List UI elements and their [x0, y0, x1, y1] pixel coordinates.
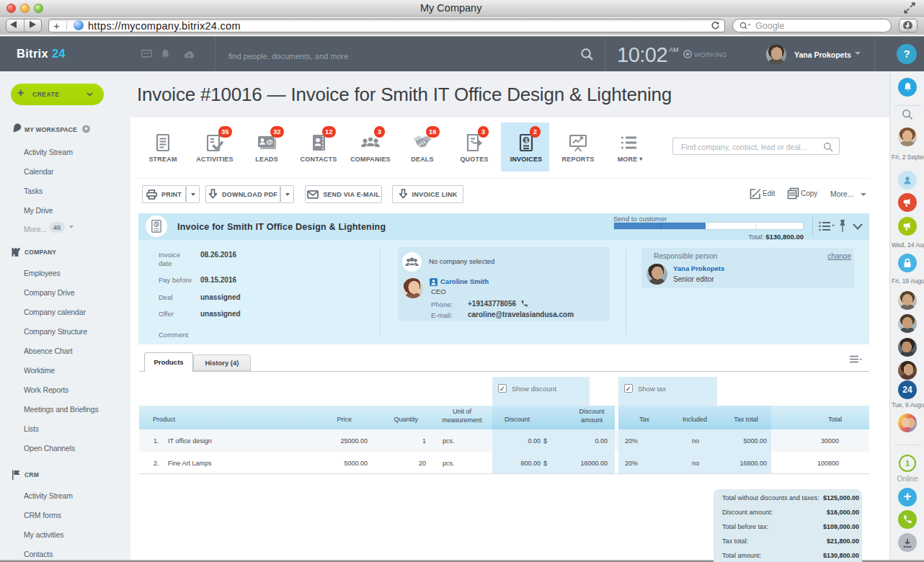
svg-text:$: $ [155, 222, 158, 228]
svg-text:@: @ [267, 138, 273, 146]
svg-text:$: $ [525, 137, 528, 144]
